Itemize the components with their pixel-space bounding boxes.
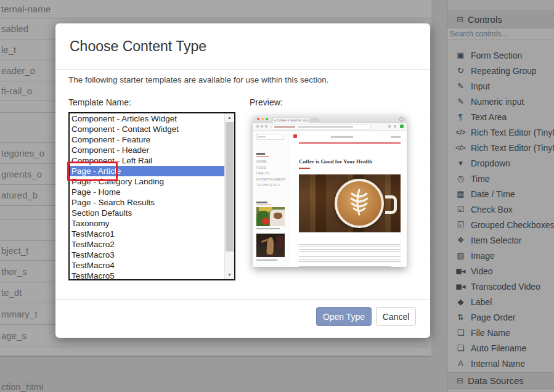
preview-search-box bbox=[256, 134, 284, 140]
maximize-window-icon bbox=[266, 118, 268, 120]
preview-photo-caption bbox=[256, 228, 280, 229]
preview-site-logo bbox=[293, 134, 297, 138]
preview-menu-item: HOME bbox=[256, 160, 285, 163]
preview-page-body: HOME FOOD HEALTH ENTERTAINMENT TECHNOLOG… bbox=[253, 131, 407, 267]
template-option[interactable]: Page - Search Results bbox=[70, 197, 234, 208]
preview-menu-item: TECHNOLOGY bbox=[256, 183, 285, 187]
dialog-footer: Open Type Cancel bbox=[55, 299, 430, 338]
scroll-up-icon[interactable]: ▲ bbox=[225, 113, 234, 122]
dialog-description: The following starter templates are avai… bbox=[68, 75, 328, 84]
template-option[interactable]: TestMacro3 bbox=[70, 250, 234, 260]
preview-hero-photo bbox=[299, 174, 401, 232]
template-preview-image: Coffee is Good for Your Health bbox=[253, 115, 407, 267]
open-type-button[interactable]: Open Type bbox=[316, 307, 372, 326]
extension-icon bbox=[394, 125, 396, 128]
back-icon bbox=[256, 125, 259, 128]
preview-photo-caption bbox=[256, 259, 277, 261]
preview-header-rule bbox=[299, 142, 401, 144]
template-option[interactable]: TestMacro1 bbox=[70, 229, 234, 239]
preview-statue-photo bbox=[256, 234, 285, 257]
selection-annotation-box bbox=[67, 161, 118, 181]
preview-paragraph bbox=[299, 244, 401, 253]
template-listbox[interactable]: ▲ ▼ Component - Articles Widget Componen… bbox=[68, 112, 235, 280]
bookmark-icon bbox=[388, 125, 391, 128]
template-option[interactable]: TestMacro5 bbox=[70, 271, 234, 280]
template-name-label: Template Name: bbox=[68, 97, 131, 107]
template-option[interactable]: Component - Articles Widget bbox=[70, 113, 234, 124]
browser-tab-title: Coffee is Good for Your Health bbox=[273, 118, 309, 123]
close-window-icon bbox=[257, 118, 259, 120]
template-option[interactable]: Taxonomy bbox=[70, 218, 234, 229]
preview-article-column: Coffee is Good for Your Health bbox=[288, 131, 407, 267]
preview-header-text bbox=[331, 136, 353, 138]
dialog-header: Choose Content Type bbox=[55, 23, 430, 70]
preview-menu-item: FOOD bbox=[256, 166, 285, 169]
secure-badge-icon bbox=[400, 125, 404, 128]
new-tab-button bbox=[311, 118, 319, 122]
template-option[interactable]: Section Defaults bbox=[70, 208, 234, 218]
refresh-icon bbox=[265, 125, 267, 128]
scroll-down-icon[interactable]: ▼ bbox=[225, 271, 234, 279]
browser-menu-icon bbox=[399, 117, 404, 121]
preview-trending-heading bbox=[256, 202, 267, 203]
template-option[interactable]: TestMacro4 bbox=[70, 260, 234, 271]
preview-paragraph bbox=[299, 266, 391, 267]
latte-art bbox=[342, 185, 377, 219]
browser-tab: Coffee is Good for Your Health bbox=[272, 117, 309, 123]
coffee-cup-handle bbox=[385, 195, 397, 214]
preview-label: Preview: bbox=[250, 97, 283, 107]
template-option[interactable]: Component - Feature bbox=[70, 134, 234, 145]
minimize-window-icon bbox=[261, 118, 264, 120]
preview-menu-heading bbox=[256, 153, 265, 155]
coffee-cup bbox=[335, 179, 384, 228]
choose-content-type-dialog: Choose Content Type The following starte… bbox=[55, 23, 430, 338]
browser-url-bar bbox=[253, 123, 407, 131]
preview-article-headline: Coffee is Good for Your Health bbox=[299, 158, 372, 165]
preview-food-photo bbox=[256, 207, 285, 226]
preview-paragraph bbox=[299, 256, 401, 263]
favicon bbox=[274, 120, 276, 121]
browser-tab-bar: Coffee is Good for Your Health bbox=[253, 115, 407, 123]
preview-menu-item: HEALTH bbox=[256, 171, 285, 175]
scrollbar-thumb[interactable] bbox=[226, 122, 234, 251]
address-field bbox=[271, 124, 371, 130]
template-option[interactable]: Page - Home bbox=[70, 187, 234, 197]
preview-page-sidebar: HOME FOOD HEALTH ENTERTAINMENT TECHNOLOG… bbox=[253, 131, 288, 267]
preview-header-icons bbox=[391, 136, 401, 138]
template-option[interactable]: TestMacro2 bbox=[70, 239, 234, 250]
template-option[interactable]: Component - Header bbox=[70, 145, 234, 155]
cancel-button[interactable]: Cancel bbox=[376, 307, 416, 326]
dialog-title: Choose Content Type bbox=[70, 38, 206, 55]
preview-menu-item: ENTERTAINMENT bbox=[256, 178, 285, 181]
forward-icon bbox=[261, 125, 263, 128]
preview-article-byline bbox=[299, 168, 310, 169]
template-option[interactable]: Component - Contact Widget bbox=[70, 124, 234, 134]
listbox-scrollbar[interactable]: ▲ ▼ bbox=[224, 113, 234, 279]
